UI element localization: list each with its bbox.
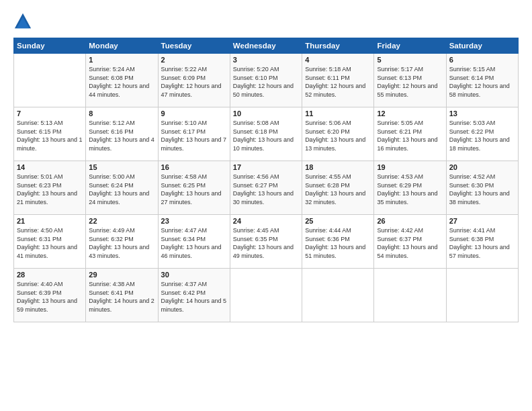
day-number: 15: [89, 163, 154, 171]
day-number: 8: [89, 109, 154, 118]
cell-content: Sunrise: 5:10 AMSunset: 6:17 PMDaylight:…: [161, 119, 227, 152]
day-number: 27: [449, 217, 515, 225]
day-cell: 21Sunrise: 4:50 AMSunset: 6:31 PMDayligh…: [14, 215, 86, 269]
page: SundayMondayTuesdayWednesdayThursdayFrid…: [0, 0, 532, 411]
day-number: 18: [305, 163, 371, 171]
day-cell: 3Sunrise: 5:20 AMSunset: 6:10 PMDaylight…: [230, 54, 302, 107]
cell-content: Sunrise: 5:20 AMSunset: 6:10 PMDaylight:…: [233, 65, 299, 99]
cell-content: Sunrise: 4:55 AMSunset: 6:28 PMDaylight:…: [305, 173, 371, 206]
cell-content: Sunrise: 5:24 AMSunset: 6:08 PMDaylight:…: [89, 65, 154, 99]
cell-content: Sunrise: 4:47 AMSunset: 6:34 PMDaylight:…: [161, 226, 227, 260]
day-cell: 28Sunrise: 4:40 AMSunset: 6:39 PMDayligh…: [14, 269, 86, 322]
cell-content: Sunrise: 4:44 AMSunset: 6:36 PMDaylight:…: [305, 226, 371, 260]
day-cell: [374, 269, 446, 322]
cell-content: Sunrise: 5:05 AMSunset: 6:21 PMDaylight:…: [377, 119, 443, 152]
cell-content: Sunrise: 5:12 AMSunset: 6:16 PMDaylight:…: [89, 119, 154, 152]
day-cell: 26Sunrise: 4:42 AMSunset: 6:37 PMDayligh…: [374, 215, 446, 269]
day-cell: 4Sunrise: 5:18 AMSunset: 6:11 PMDaylight…: [302, 54, 374, 107]
day-number: 26: [377, 217, 443, 225]
day-number: 16: [161, 163, 227, 171]
day-number: 6: [449, 56, 515, 64]
cell-content: Sunrise: 5:08 AMSunset: 6:18 PMDaylight:…: [233, 119, 299, 152]
cell-content: Sunrise: 5:22 AMSunset: 6:09 PMDaylight:…: [161, 65, 227, 99]
day-number: 12: [377, 109, 443, 118]
cell-content: Sunrise: 5:01 AMSunset: 6:23 PMDaylight:…: [17, 173, 83, 206]
cell-content: Sunrise: 5:15 AMSunset: 6:14 PMDaylight:…: [449, 65, 515, 99]
day-cell: [302, 269, 374, 322]
day-cell: [230, 269, 302, 322]
day-number: 23: [161, 217, 227, 225]
week-row-5: 28Sunrise: 4:40 AMSunset: 6:39 PMDayligh…: [14, 269, 519, 322]
cell-content: Sunrise: 4:37 AMSunset: 6:42 PMDaylight:…: [161, 280, 227, 314]
week-row-2: 7Sunrise: 5:13 AMSunset: 6:15 PMDaylight…: [14, 107, 519, 161]
header-cell-sunday: Sunday: [14, 38, 86, 54]
day-number: 5: [377, 56, 443, 64]
header-row: SundayMondayTuesdayWednesdayThursdayFrid…: [14, 38, 519, 54]
day-number: 21: [17, 217, 83, 225]
day-cell: 13Sunrise: 5:03 AMSunset: 6:22 PMDayligh…: [446, 107, 518, 161]
cell-content: Sunrise: 5:06 AMSunset: 6:20 PMDaylight:…: [305, 119, 371, 152]
day-number: 3: [233, 56, 299, 64]
day-number: 7: [17, 109, 83, 118]
cell-content: Sunrise: 4:58 AMSunset: 6:25 PMDaylight:…: [161, 173, 227, 206]
cell-content: Sunrise: 4:56 AMSunset: 6:27 PMDaylight:…: [233, 173, 299, 206]
day-cell: 22Sunrise: 4:49 AMSunset: 6:32 PMDayligh…: [86, 215, 158, 269]
day-cell: 24Sunrise: 4:45 AMSunset: 6:35 PMDayligh…: [230, 215, 302, 269]
day-number: 13: [449, 109, 515, 118]
cell-content: Sunrise: 4:38 AMSunset: 6:41 PMDaylight:…: [89, 280, 154, 314]
day-cell: 27Sunrise: 4:41 AMSunset: 6:38 PMDayligh…: [446, 215, 518, 269]
day-cell: 12Sunrise: 5:05 AMSunset: 6:21 PMDayligh…: [374, 107, 446, 161]
header: [13, 12, 519, 31]
cell-content: Sunrise: 5:00 AMSunset: 6:24 PMDaylight:…: [89, 173, 154, 206]
day-cell: 23Sunrise: 4:47 AMSunset: 6:34 PMDayligh…: [158, 215, 230, 269]
header-cell-wednesday: Wednesday: [230, 38, 302, 54]
day-number: 9: [161, 109, 227, 118]
day-number: 22: [89, 217, 154, 225]
day-number: 14: [17, 163, 83, 171]
day-number: 30: [161, 271, 227, 279]
header-cell-tuesday: Tuesday: [158, 38, 230, 54]
cell-content: Sunrise: 5:17 AMSunset: 6:13 PMDaylight:…: [377, 65, 443, 99]
header-cell-thursday: Thursday: [302, 38, 374, 54]
day-cell: [14, 54, 86, 107]
week-row-1: 1Sunrise: 5:24 AMSunset: 6:08 PMDaylight…: [14, 54, 519, 107]
day-number: 28: [17, 271, 83, 279]
cell-content: Sunrise: 5:18 AMSunset: 6:11 PMDaylight:…: [305, 65, 371, 99]
day-cell: 2Sunrise: 5:22 AMSunset: 6:09 PMDaylight…: [158, 54, 230, 107]
cell-content: Sunrise: 4:40 AMSunset: 6:39 PMDaylight:…: [17, 280, 83, 314]
day-cell: 15Sunrise: 5:00 AMSunset: 6:24 PMDayligh…: [86, 161, 158, 215]
calendar-table: SundayMondayTuesdayWednesdayThursdayFrid…: [13, 38, 519, 322]
day-cell: 30Sunrise: 4:37 AMSunset: 6:42 PMDayligh…: [158, 269, 230, 322]
day-cell: 18Sunrise: 4:55 AMSunset: 6:28 PMDayligh…: [302, 161, 374, 215]
cell-content: Sunrise: 4:52 AMSunset: 6:30 PMDaylight:…: [449, 173, 515, 206]
week-row-3: 14Sunrise: 5:01 AMSunset: 6:23 PMDayligh…: [14, 161, 519, 215]
calendar-body: 1Sunrise: 5:24 AMSunset: 6:08 PMDaylight…: [14, 54, 519, 322]
day-number: 11: [305, 109, 371, 118]
day-cell: 9Sunrise: 5:10 AMSunset: 6:17 PMDaylight…: [158, 107, 230, 161]
day-cell: 11Sunrise: 5:06 AMSunset: 6:20 PMDayligh…: [302, 107, 374, 161]
cell-content: Sunrise: 5:03 AMSunset: 6:22 PMDaylight:…: [449, 119, 515, 152]
day-number: 17: [233, 163, 299, 171]
day-cell: [446, 269, 518, 322]
header-cell-friday: Friday: [374, 38, 446, 54]
logo-icon: [13, 12, 32, 31]
day-number: 25: [305, 217, 371, 225]
header-cell-monday: Monday: [86, 38, 158, 54]
logo: [13, 12, 35, 31]
day-number: 20: [449, 163, 515, 171]
day-cell: 29Sunrise: 4:38 AMSunset: 6:41 PMDayligh…: [86, 269, 158, 322]
day-cell: 6Sunrise: 5:15 AMSunset: 6:14 PMDaylight…: [446, 54, 518, 107]
cell-content: Sunrise: 5:13 AMSunset: 6:15 PMDaylight:…: [17, 119, 83, 152]
day-number: 4: [305, 56, 371, 64]
day-cell: 7Sunrise: 5:13 AMSunset: 6:15 PMDaylight…: [14, 107, 86, 161]
day-cell: 25Sunrise: 4:44 AMSunset: 6:36 PMDayligh…: [302, 215, 374, 269]
day-cell: 16Sunrise: 4:58 AMSunset: 6:25 PMDayligh…: [158, 161, 230, 215]
cell-content: Sunrise: 4:50 AMSunset: 6:31 PMDaylight:…: [17, 226, 83, 260]
cell-content: Sunrise: 4:41 AMSunset: 6:38 PMDaylight:…: [449, 226, 515, 260]
day-cell: 5Sunrise: 5:17 AMSunset: 6:13 PMDaylight…: [374, 54, 446, 107]
cell-content: Sunrise: 4:42 AMSunset: 6:37 PMDaylight:…: [377, 226, 443, 260]
cell-content: Sunrise: 4:45 AMSunset: 6:35 PMDaylight:…: [233, 226, 299, 260]
cell-content: Sunrise: 4:53 AMSunset: 6:29 PMDaylight:…: [377, 173, 443, 206]
day-number: 10: [233, 109, 299, 118]
day-cell: 1Sunrise: 5:24 AMSunset: 6:08 PMDaylight…: [86, 54, 158, 107]
